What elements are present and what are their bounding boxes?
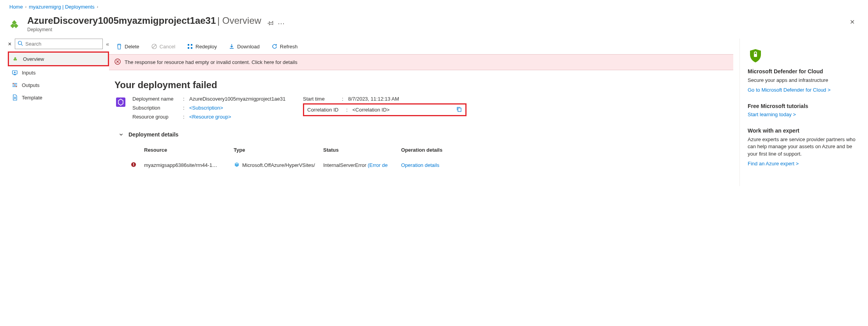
resource-group-label: Resource group	[132, 114, 183, 120]
deployment-details-header[interactable]: Deployment details	[109, 120, 733, 143]
chevron-down-icon	[118, 132, 124, 137]
download-icon	[229, 43, 235, 50]
deployment-name-value: AzureDiscovery1005myazmigproject1ae31	[189, 96, 285, 102]
subscription-link[interactable]: <Subscription>	[189, 105, 223, 111]
refresh-label: Refresh	[280, 44, 298, 50]
defender-title: Microsoft Defender for Cloud	[748, 68, 860, 74]
chevron-right-icon: ›	[97, 5, 98, 9]
copy-icon[interactable]	[456, 106, 462, 113]
refresh-icon	[271, 43, 278, 50]
deployment-detail-icon	[114, 96, 127, 108]
svg-rect-29	[133, 163, 134, 165]
svg-rect-23	[188, 47, 189, 49]
col-header-type: Type	[234, 147, 323, 153]
deployment-name-label: Deployment name	[132, 96, 183, 102]
sidebar-item-label: Template	[22, 95, 42, 101]
delete-label: Delete	[125, 44, 139, 50]
correlation-id-label: Correlation ID	[307, 107, 346, 113]
outputs-icon	[12, 82, 18, 88]
template-icon	[12, 94, 18, 101]
more-icon[interactable]: ⋯	[278, 19, 285, 28]
sidebar-item-label: Inputs	[22, 70, 35, 76]
delete-button[interactable]: Delete	[114, 42, 142, 51]
breadcrumb-home[interactable]: Home	[9, 4, 23, 10]
page-subtitle-text: Overview	[222, 15, 261, 26]
redeploy-label: Redeploy	[195, 44, 217, 50]
search-input[interactable]	[25, 41, 100, 47]
row-resource: myazmigsapp6386site/rrn44-1…	[144, 162, 234, 168]
page-subtitle: |	[217, 15, 222, 26]
row-status-link[interactable]: (Error de	[368, 162, 387, 168]
redeploy-icon	[187, 43, 193, 50]
tutorials-link[interactable]: Start learning today >	[748, 112, 796, 117]
expert-link[interactable]: Find an Azure expert >	[748, 161, 799, 167]
correlation-id-highlight: Correlation ID : <Correlation ID>	[303, 103, 467, 116]
correlation-id-value: <Correlation ID>	[352, 107, 389, 113]
breadcrumb: Home › myazuremigrg | Deployments ›	[0, 0, 868, 14]
svg-line-4	[21, 44, 23, 46]
inputs-icon	[12, 69, 18, 76]
error-banner-text: The response for resource had empty or i…	[125, 59, 298, 65]
col-header-resource: Resource	[144, 147, 234, 153]
subscription-label: Subscription	[132, 105, 183, 111]
svg-rect-27	[458, 108, 461, 112]
defender-desc: Secure your apps and infrastructure	[748, 77, 860, 84]
row-status: InternalServerError	[323, 162, 366, 168]
expert-title: Work with an expert	[748, 128, 860, 134]
overview-icon	[13, 56, 19, 62]
expert-desc: Azure experts are service provider partn…	[748, 136, 860, 158]
page-title: AzureDiscovery1005myazmigproject1ae31	[27, 15, 216, 26]
pin-icon[interactable]	[268, 20, 274, 27]
svg-point-15	[16, 86, 17, 87]
refresh-button[interactable]: Refresh	[269, 42, 300, 51]
page-header: AzureDiscovery1005myazmigproject1ae31 | …	[0, 14, 868, 39]
search-input-wrapper[interactable]	[15, 39, 103, 49]
command-bar: Delete Cancel Redeploy	[109, 39, 733, 54]
row-type: Microsoft.OffAzure/HyperVSites/	[242, 162, 315, 168]
breadcrumb-rg[interactable]: myazuremigrg | Deployments	[29, 4, 95, 10]
deployment-failed-heading: Your deployment failed	[109, 70, 733, 96]
cancel-label: Cancel	[160, 44, 175, 50]
svg-point-14	[14, 85, 15, 85]
deployment-details-label: Deployment details	[129, 131, 178, 138]
chevron-right-icon: ›	[25, 5, 26, 9]
table-row: myazmigsapp6386site/rrn44-1… Microsoft.O…	[131, 157, 728, 174]
svg-rect-31	[754, 54, 757, 57]
search-icon	[18, 41, 23, 47]
defender-link[interactable]: Go to Microsoft Defender for Cloud >	[748, 87, 831, 93]
col-header-status: Status	[323, 147, 401, 153]
download-button[interactable]: Download	[226, 42, 262, 51]
right-panel: Microsoft Defender for Cloud Secure your…	[739, 39, 868, 186]
deployment-details-table: Resource Type Status Operation details m…	[109, 143, 733, 174]
collapse-sidebar-icon[interactable]: «	[106, 41, 109, 47]
sidebar-item-inputs[interactable]: Inputs	[8, 66, 109, 79]
svg-point-3	[18, 41, 22, 45]
svg-rect-9	[14, 74, 16, 75]
cancel-button: Cancel	[149, 42, 178, 51]
delete-icon	[116, 43, 122, 50]
resource-group-link[interactable]: <Resource group>	[189, 114, 231, 120]
sidebar-item-label: Outputs	[22, 82, 40, 88]
download-label: Download	[237, 44, 260, 50]
close-icon[interactable]: ✕	[850, 18, 855, 26]
clear-search-icon[interactable]: ✕	[8, 41, 12, 47]
resource-type-icon	[234, 161, 240, 169]
col-header-opdetails: Operation details	[401, 147, 463, 153]
svg-rect-21	[188, 44, 189, 46]
sidebar-item-label: Overview	[23, 56, 44, 62]
error-banner[interactable]: The response for resource had empty or i…	[109, 54, 733, 70]
start-time-value: 8/7/2023, 11:12:13 AM	[348, 96, 399, 102]
tutorials-title: Free Microsoft tutorials	[748, 103, 860, 109]
svg-line-20	[153, 45, 156, 48]
deployment-icon	[9, 18, 23, 31]
svg-point-13	[13, 83, 14, 84]
sidebar-item-outputs[interactable]: Outputs	[8, 79, 109, 91]
error-status-icon	[131, 163, 136, 168]
operation-details-link[interactable]: Operation details	[401, 162, 439, 168]
redeploy-button[interactable]: Redeploy	[185, 42, 219, 51]
sidebar-item-template[interactable]: Template	[8, 91, 109, 104]
start-time-label: Start time	[303, 96, 342, 102]
sidebar-item-overview[interactable]: Overview	[8, 51, 109, 66]
svg-rect-30	[133, 165, 134, 166]
error-icon	[114, 58, 121, 66]
